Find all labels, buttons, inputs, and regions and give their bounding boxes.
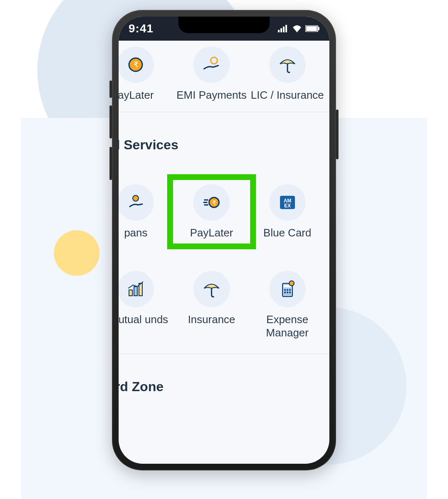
tile-label: pans <box>124 226 147 239</box>
svg-point-10 <box>133 195 139 201</box>
phone-notch <box>178 17 270 33</box>
svg-point-24 <box>284 289 286 291</box>
svg-rect-6 <box>318 27 319 30</box>
phone-side-button <box>110 105 112 139</box>
svg-rect-19 <box>129 290 132 296</box>
status-icons <box>278 25 319 32</box>
tile-label: Blue Card <box>263 226 312 239</box>
svg-point-9 <box>211 57 217 64</box>
hand-coin-icon <box>193 46 230 83</box>
phone-side-button <box>110 80 112 98</box>
tile-label: ayLater <box>119 89 154 102</box>
svg-rect-2 <box>283 27 285 32</box>
phone-frame: 9:41 ₹ ayLater <box>112 10 336 470</box>
coin-speed-icon: ₹ <box>193 184 230 221</box>
wifi-icon <box>292 25 302 32</box>
section-title-card-zone: Card Zone <box>119 354 329 407</box>
tile-loans[interactable]: pans <box>119 184 174 239</box>
screen-content: ₹ ayLater EMI Payments LI <box>119 41 329 464</box>
tile-lic-insurance[interactable]: LIC / Insurance <box>249 46 325 102</box>
svg-point-26 <box>289 289 291 291</box>
services-row-1: pans ₹ PayLater AMEX Blue Card <box>119 165 329 258</box>
tile-emi-payments[interactable]: EMI Payments <box>174 46 250 102</box>
tile-mutual-funds[interactable]: t Mutual unds <box>119 271 174 339</box>
svg-text:₹: ₹ <box>134 61 138 69</box>
tile-label: Insurance <box>188 313 235 326</box>
tile-label: Expense Manager <box>249 313 325 339</box>
chart-icon <box>119 271 154 307</box>
phone-screen: 9:41 ₹ ayLater <box>119 17 329 464</box>
services-row-2: t Mutual unds Insurance Expense Manager <box>119 258 329 349</box>
phone-side-button <box>336 110 338 159</box>
svg-rect-1 <box>280 28 282 32</box>
amex-icon: AMEX <box>269 184 306 221</box>
section-title-financial-services: cial Services <box>119 112 329 165</box>
tile-label: LIC / Insurance <box>251 89 324 102</box>
svg-rect-20 <box>134 287 137 296</box>
tile-insurance[interactable]: Insurance <box>174 271 250 339</box>
svg-rect-3 <box>285 25 287 32</box>
battery-icon <box>305 25 319 32</box>
bg-circle-yellow <box>54 230 100 276</box>
svg-point-28 <box>287 292 288 293</box>
scroll-inner: ₹ ayLater EMI Payments LI <box>119 41 329 407</box>
svg-point-14 <box>209 197 219 207</box>
tile-label: t Mutual unds <box>119 313 168 326</box>
tile-expense-manager[interactable]: Expense Manager <box>249 271 325 339</box>
signal-icon <box>278 25 289 32</box>
svg-text:₹: ₹ <box>212 200 216 206</box>
phone-side-button <box>110 147 112 180</box>
tile-blue-card[interactable]: AMEX Blue Card <box>249 184 325 239</box>
status-bar: 9:41 <box>119 17 329 41</box>
svg-text:EX: EX <box>284 203 291 209</box>
calculator-icon <box>269 271 306 307</box>
coin-icon: ₹ <box>119 46 154 83</box>
status-time: 9:41 <box>129 22 153 35</box>
tile-paylater-top[interactable]: ₹ ayLater <box>119 46 174 102</box>
tile-label: EMI Payments <box>176 89 246 102</box>
svg-rect-0 <box>278 30 280 32</box>
tile-paylater[interactable]: ₹ PayLater <box>174 184 250 239</box>
top-tile-row: ₹ ayLater EMI Payments LI <box>119 41 329 112</box>
svg-point-27 <box>284 292 286 293</box>
umbrella-icon <box>269 46 306 83</box>
tile-label: PayLater <box>190 226 233 239</box>
svg-point-25 <box>287 289 288 291</box>
umbrella-icon <box>193 271 230 307</box>
hand-coin-icon <box>119 184 154 221</box>
svg-rect-5 <box>306 26 317 31</box>
svg-point-29 <box>289 292 291 293</box>
svg-point-30 <box>289 281 294 286</box>
